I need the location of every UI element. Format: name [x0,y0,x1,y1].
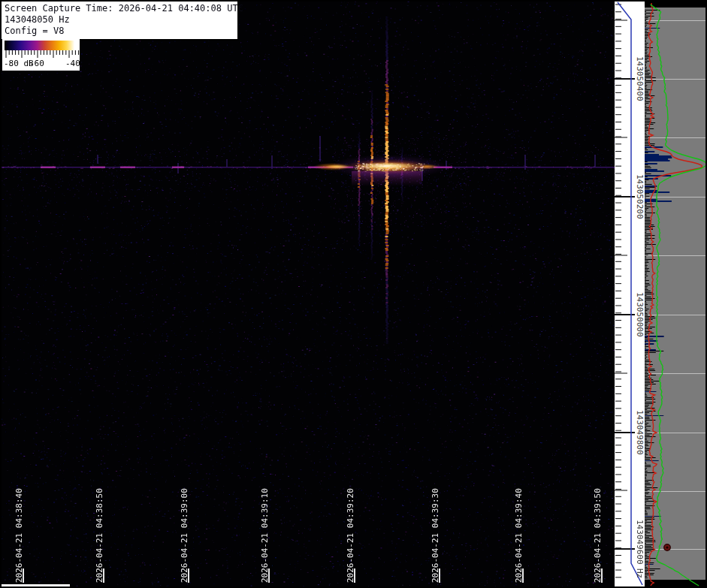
spectrogram-app-window: 2026-04-21 04:38:40 2026-04-21 04:38:50 … [0,0,707,588]
frequency-label: 143050200 [635,174,645,219]
capture-info-box: Screen Capture Time: 2026-04-21 04:40:08… [2,2,239,41]
legend-label-high: -40 [65,59,80,68]
time-tick [354,568,355,583]
frequency-label: 143049600 [635,520,645,565]
frequency-unit-label: Hz [635,568,645,578]
time-tick [522,568,524,583]
legend-labels: -80 dB -60 -40 [2,59,80,69]
time-tick [439,568,440,583]
spectrum-panel [645,2,705,586]
center-frequency-text: 143048050 Hz [5,14,234,26]
time-tick [601,568,603,583]
config-text: Config = V8 [5,26,234,37]
time-tick [103,568,104,583]
time-tick [23,568,24,583]
legend-label-mid: -60 [29,59,44,68]
capture-time-text: Screen Capture Time: 2026-04-21 04:40:08… [5,3,234,14]
color-gradient-bar [5,41,77,50]
time-tick [188,568,189,583]
bottom-edge-bar [2,584,70,586]
legend-ruler-ticks [2,50,80,59]
frequency-label: 143050400 [635,56,645,101]
frequency-label: 143049800 [635,410,645,455]
color-scale-legend: -80 dB -60 -40 [2,39,80,71]
frequency-label: 143050000 [635,292,645,337]
time-tick [268,568,270,583]
